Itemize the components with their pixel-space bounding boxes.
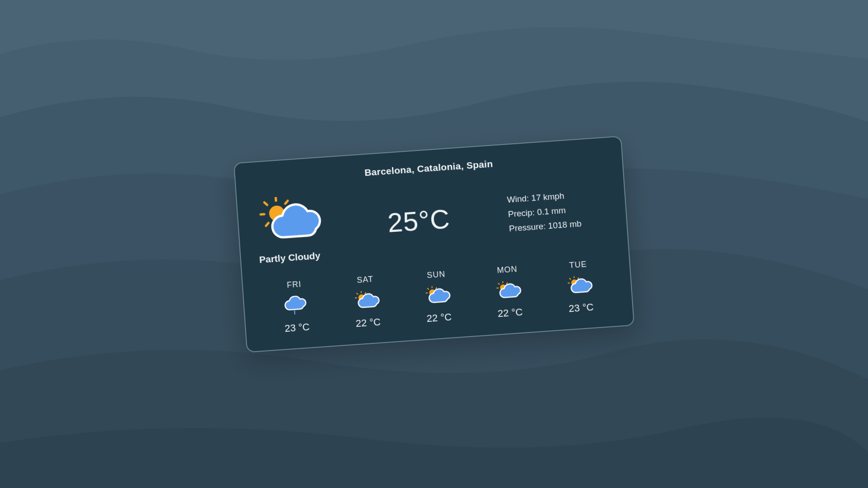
- partly-cloudy-icon: [353, 290, 380, 311]
- current-conditions-row: Partly Cloudy 25°C Wind: 17 kmph Precip:…: [255, 174, 609, 265]
- forecast-day-temp: 23 °C: [568, 301, 594, 314]
- svg-line-2: [276, 197, 276, 201]
- forecast-day: SUN 22 °C: [405, 268, 471, 326]
- forecast-day-label: FRI: [287, 279, 302, 290]
- svg-line-4: [264, 202, 267, 205]
- svg-line-20: [507, 282, 508, 283]
- svg-line-5: [260, 214, 264, 215]
- forecast-day: TUE 23 °C: [547, 258, 613, 316]
- svg-line-15: [436, 287, 437, 288]
- light-rain-icon: [282, 295, 309, 316]
- svg-line-25: [578, 277, 579, 278]
- forecast-day: SAT 22 °C: [334, 273, 400, 331]
- svg-line-21: [499, 283, 500, 284]
- partly-cloudy-icon: [495, 280, 523, 301]
- partly-cloudy-icon: [255, 193, 326, 248]
- current-details: Wind: 17 kmph Precip: 0.1 mm Pressure: 1…: [506, 185, 609, 236]
- forecast-day-temp: 22 °C: [497, 306, 523, 319]
- forecast-day-temp: 22 °C: [426, 311, 452, 324]
- forecast-day-temp: 23 °C: [284, 321, 310, 334]
- current-temperature: 25°C: [346, 200, 491, 241]
- weather-card: Barcelona, Catalonia, Spain: [233, 136, 634, 352]
- svg-line-26: [570, 278, 571, 279]
- svg-line-6: [266, 223, 269, 225]
- svg-line-3: [285, 201, 288, 203]
- forecast-day-label: SAT: [357, 274, 374, 285]
- forecast-day-label: MON: [497, 264, 518, 275]
- forecast-day-label: TUE: [569, 259, 587, 270]
- svg-line-16: [428, 288, 429, 289]
- condition-label: Partly Cloudy: [259, 249, 341, 265]
- svg-line-11: [357, 293, 358, 294]
- forecast-day-label: SUN: [427, 269, 446, 280]
- partly-cloudy-icon: [566, 275, 594, 296]
- svg-line-10: [365, 292, 366, 293]
- forecast-day-temp: 22 °C: [355, 316, 381, 329]
- forecast-day: MON 22 °C: [476, 263, 542, 321]
- forecast-day: FRI 23 °C: [263, 278, 329, 336]
- partly-cloudy-icon: [424, 285, 452, 306]
- forecast-row: FRI 23 °C SAT: [261, 258, 614, 336]
